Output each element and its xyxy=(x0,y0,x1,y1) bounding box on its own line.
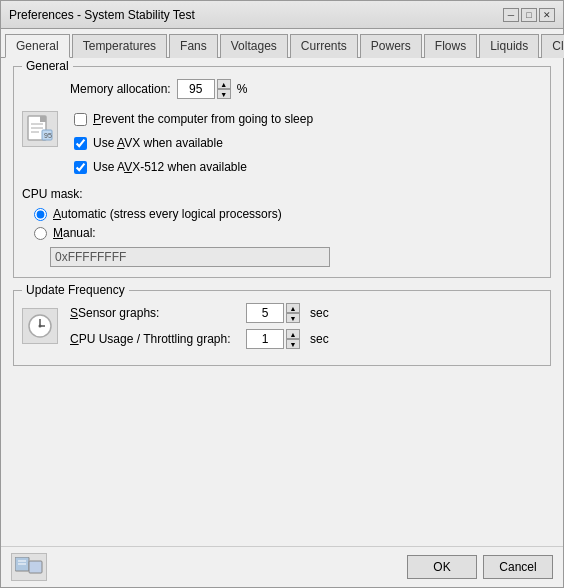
use-avx-checkbox[interactable] xyxy=(74,137,87,150)
general-group: General 95 xyxy=(13,66,551,278)
update-frequency-group: Update Frequency xyxy=(13,290,551,366)
memory-spin-buttons: ▲ ▼ xyxy=(217,79,231,99)
cpu-usage-text: PU Usage / Throttling graph: xyxy=(79,332,231,346)
tab-fans[interactable]: Fans xyxy=(169,34,218,58)
svg-text:95: 95 xyxy=(44,132,52,139)
svg-point-10 xyxy=(39,325,42,328)
memory-input[interactable] xyxy=(177,79,215,99)
memory-up-button[interactable]: ▲ xyxy=(217,79,231,89)
memory-fields: Memory allocation: ▲ ▼ % xyxy=(70,79,542,179)
memory-down-button[interactable]: ▼ xyxy=(217,89,231,99)
prevent-sleep-row: Prevent the computer from going to sleep xyxy=(74,112,542,126)
sensor-spinner: ▲ ▼ xyxy=(246,303,300,323)
tab-liquids[interactable]: Liquids xyxy=(479,34,539,58)
tab-flows[interactable]: Flows xyxy=(424,34,477,58)
sensor-graph-text: Sensor graphs: xyxy=(78,306,159,320)
general-group-label: General xyxy=(22,59,73,73)
update-frequency-label: Update Frequency xyxy=(22,283,129,297)
general-group-content: 95 Memory allocation: ▲ ▼ xyxy=(22,79,542,267)
tab-temperatures[interactable]: Temperatures xyxy=(72,34,167,58)
sensor-graph-row: SSensor graphs: ▲ ▼ sec xyxy=(70,303,542,323)
ok-button[interactable]: OK xyxy=(407,555,477,579)
use-avx-row: Use AVX when available xyxy=(74,136,542,150)
cpu-usage-label: CPU Usage / Throttling graph: xyxy=(70,332,240,346)
auto-radio-label: Automatic (stress every logical processo… xyxy=(53,207,282,221)
manual-radio-row: Manual: xyxy=(34,226,542,240)
cpu-mask-section: CPU mask: Automatic (stress every logica… xyxy=(22,187,542,267)
memory-spinner: ▲ ▼ xyxy=(177,79,231,99)
tab-currents[interactable]: Currents xyxy=(290,34,358,58)
prevent-sleep-text: revent the computer from going to sleep xyxy=(101,112,313,126)
auto-radio-row: Automatic (stress every logical processo… xyxy=(34,207,542,221)
prevent-sleep-checkbox[interactable] xyxy=(74,113,87,126)
close-button[interactable]: ✕ xyxy=(539,8,555,22)
use-avx512-row: Use AVX-512 when available xyxy=(74,160,542,174)
footer: OK Cancel xyxy=(1,546,563,587)
svg-rect-12 xyxy=(29,561,42,573)
auto-radio-text: utomatic (stress every logical processor… xyxy=(61,207,282,221)
cpu-unit: sec xyxy=(310,332,329,346)
sensor-down-button[interactable]: ▼ xyxy=(286,313,300,323)
tab-voltages[interactable]: Voltages xyxy=(220,34,288,58)
memory-allocation-row: Memory allocation: ▲ ▼ % xyxy=(70,79,542,99)
sensor-icon xyxy=(22,308,58,344)
manual-radio-label: Manual: xyxy=(53,226,96,240)
tab-bar: General Temperatures Fans Voltages Curre… xyxy=(1,29,563,58)
auto-radio[interactable] xyxy=(34,208,47,221)
use-avx512-checkbox[interactable] xyxy=(74,161,87,174)
tab-general[interactable]: General xyxy=(5,34,70,58)
memory-label: Memory allocation: xyxy=(70,82,171,96)
use-avx512-label: Use AVX-512 when available xyxy=(93,160,247,174)
tab-clocks[interactable]: Clocks xyxy=(541,34,564,58)
update-frequency-content: SSensor graphs: ▲ ▼ sec xyxy=(22,303,542,349)
minimize-button[interactable]: ─ xyxy=(503,8,519,22)
manual-radio-text: anual: xyxy=(63,226,96,240)
title-bar: Preferences - System Stability Test ─ □ … xyxy=(1,1,563,29)
main-window: Preferences - System Stability Test ─ □ … xyxy=(0,0,564,588)
main-content: General 95 xyxy=(1,58,563,546)
cpu-mask-text: CPU mask: xyxy=(22,187,83,201)
general-icon: 95 xyxy=(22,111,58,147)
cpu-mask-label: CPU mask: xyxy=(22,187,542,201)
cpu-usage-row: CPU Usage / Throttling graph: ▲ ▼ sec xyxy=(70,329,542,349)
cpu-down-button[interactable]: ▼ xyxy=(286,339,300,349)
footer-icon xyxy=(11,553,47,581)
use-avx-label: Use AVX when available xyxy=(93,136,223,150)
cpu-up-button[interactable]: ▲ xyxy=(286,329,300,339)
memory-row: 95 Memory allocation: ▲ ▼ xyxy=(22,79,542,179)
sensor-unit: sec xyxy=(310,306,329,320)
tab-powers[interactable]: Powers xyxy=(360,34,422,58)
freq-rows: SSensor graphs: ▲ ▼ sec xyxy=(70,303,542,349)
sensor-spin-buttons: ▲ ▼ xyxy=(286,303,300,323)
update-freq-row: SSensor graphs: ▲ ▼ sec xyxy=(22,303,542,349)
prevent-sleep-label: Prevent the computer from going to sleep xyxy=(93,112,313,126)
cpu-spin-buttons: ▲ ▼ xyxy=(286,329,300,349)
cancel-button[interactable]: Cancel xyxy=(483,555,553,579)
sensor-up-button[interactable]: ▲ xyxy=(286,303,300,313)
memory-unit: % xyxy=(237,82,248,96)
window-title: Preferences - System Stability Test xyxy=(9,8,195,22)
cpu-spinner: ▲ ▼ xyxy=(246,329,300,349)
svg-rect-1 xyxy=(40,116,46,122)
sensor-input[interactable] xyxy=(246,303,284,323)
manual-radio[interactable] xyxy=(34,227,47,240)
window-controls: ─ □ ✕ xyxy=(503,8,555,22)
hex-input[interactable] xyxy=(50,247,330,267)
cpu-input[interactable] xyxy=(246,329,284,349)
sensor-graph-label: SSensor graphs: xyxy=(70,306,240,320)
maximize-button[interactable]: □ xyxy=(521,8,537,22)
